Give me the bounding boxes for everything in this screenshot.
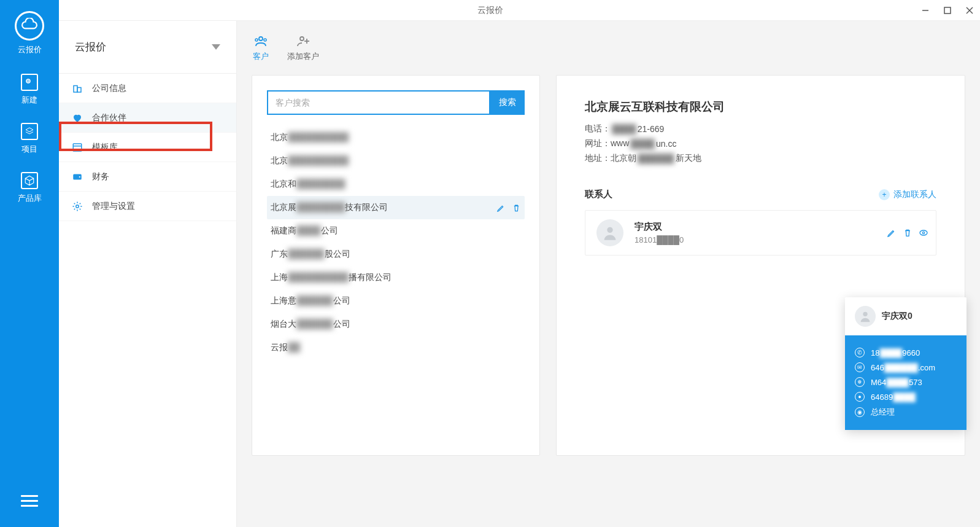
svg-rect-9 [77,87,81,92]
svg-point-18 [300,37,304,41]
toolbar-add-customer[interactable]: 添加客户 [287,34,319,62]
nav-settings[interactable]: 管理与设置 [59,192,236,221]
contact-card[interactable]: 宇庆双 18101████0 [585,210,936,256]
customer-name: 广东██████股公司 [271,249,350,260]
customer-row[interactable]: 烟台大██████公司 [267,313,525,336]
contact-name: 宇庆双 [635,221,684,233]
view-contact-icon[interactable] [919,228,928,238]
customer-name: 上海██████████播有限公司 [271,272,392,283]
nav-label: 财务 [92,171,109,182]
rail-item-products[interactable]: 产品库 [18,172,42,204]
nav-label: 管理与设置 [92,201,135,212]
toolbar-label: 添加客户 [287,51,319,62]
cube-icon [21,172,38,189]
svg-point-23 [922,232,924,233]
titlebar: 云报价 [0,0,980,21]
delete-icon[interactable] [512,203,521,213]
svg-point-17 [264,39,266,41]
phone-icon: ✆ [855,348,865,357]
company-name: 北京展云互联科技有限公司 [585,99,936,115]
handshake-icon [71,112,83,124]
secnav-title: 云报价 [75,40,106,54]
rail-item-label: 项目 [21,144,37,155]
search-input[interactable] [267,90,490,115]
company-url: 网址：www████un.cc [585,138,936,149]
menu-button[interactable] [21,492,38,510]
close-button[interactable] [964,5,975,16]
building-icon [71,82,83,95]
toolbar-label: 客户 [253,51,269,62]
svg-rect-10 [73,144,82,151]
svg-point-15 [259,37,263,41]
nav-company-info[interactable]: 公司信息 [59,74,236,103]
svg-rect-8 [74,85,77,92]
secondary-nav: 云报价 公司信息 合作伙伴 模板库 财务 管理与设置 [59,21,237,527]
nav-label: 公司信息 [92,83,126,94]
nav-partners[interactable]: 合作伙伴 [59,103,236,133]
nav-label: 合作伙伴 [92,112,126,123]
add-contact-button[interactable]: + 添加联系人 [879,189,936,200]
customer-row[interactable]: 云报██ [267,336,525,359]
email-icon: ✉ [855,362,865,372]
edit-icon[interactable] [496,203,506,213]
svg-point-13 [79,176,80,177]
nav-label: 模板库 [92,142,118,153]
rail-item-projects[interactable]: 项目 [21,123,38,155]
popup-row-qq: ●64689████ [855,392,957,402]
popup-row-role: ◉总经理 [855,407,957,418]
left-rail: 云报价 新建 项目 产品库 [0,0,59,527]
customer-name: 北京展████████技有限公司 [271,202,388,213]
app-logo [15,11,44,41]
customer-list: 北京██████████北京██████████北京和████████北京展██… [267,126,525,359]
minimize-button[interactable] [920,5,931,16]
rail-item-label: 产品库 [18,193,42,204]
nav-templates[interactable]: 模板库 [59,133,236,162]
toolbar: 客户 添加客户 [237,21,980,75]
company-address: 地址：北京朝██████新天地 [585,153,936,164]
popup-row-phone: ✆18████9660 [855,348,957,357]
customer-name: 上海意██████公司 [271,295,350,306]
svg-point-21 [607,227,612,233]
role-icon: ◉ [855,407,865,417]
edit-contact-icon[interactable] [887,228,897,238]
layers-icon [21,123,38,140]
nav-finance[interactable]: 财务 [59,162,236,192]
customer-row[interactable]: 北京██████████ [267,126,525,149]
customer-row[interactable]: 北京和████████ [267,173,525,196]
wallet-icon [71,171,83,183]
company-phone: 电话：████21-669 [585,123,936,135]
plus-icon: + [879,189,890,200]
wechat-icon: ✵ [855,377,865,387]
app-brand: 云报价 [18,44,42,55]
svg-point-22 [920,230,927,235]
popup-row-wechat: ✵M64████573 [855,377,957,387]
customer-name: 北京██████████ [271,132,349,143]
customer-row[interactable]: 北京展████████技有限公司 [267,196,525,219]
customer-name: 福建商████公司 [271,225,338,236]
svg-point-16 [255,39,258,41]
svg-point-14 [76,205,79,208]
svg-point-24 [863,312,867,316]
maximize-button[interactable] [942,5,953,16]
search-button[interactable]: 搜索 [490,90,525,115]
avatar-icon [855,306,876,327]
customer-row[interactable]: 广东██████股公司 [267,243,525,266]
popup-contact-name: 宇庆双0 [882,311,912,322]
customer-row[interactable]: 上海██████████播有限公司 [267,266,525,289]
customer-row[interactable]: 北京██████████ [267,149,525,173]
template-icon [71,141,83,154]
add-customer-icon [296,34,311,49]
toolbar-customers[interactable]: 客户 [253,34,269,62]
new-icon [21,74,38,91]
customer-name: 北京和████████ [271,179,345,190]
delete-contact-icon[interactable] [903,228,912,238]
customer-row[interactable]: 福建商████公司 [267,219,525,243]
contact-phone: 18101████0 [635,235,684,244]
customer-list-panel: 搜索 北京██████████北京██████████北京和████████北京… [252,75,540,456]
customer-row[interactable]: 上海意██████公司 [267,289,525,313]
contact-popup: 宇庆双0 ✆18████9660✉646██████.com✵M64████57… [845,297,966,430]
rail-item-new[interactable]: 新建 [21,74,38,106]
customer-name: 烟台大██████公司 [271,319,350,330]
window-title: 云报价 [477,5,503,16]
dropdown-caret-icon[interactable] [212,44,220,50]
